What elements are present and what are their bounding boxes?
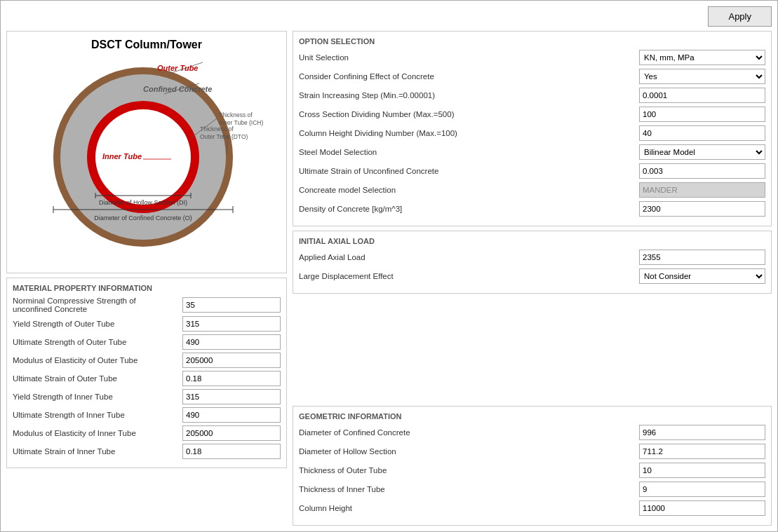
option-label-3: Cross Section Dividing Number (Max.=500) (299, 110, 639, 118)
geo-input-1[interactable] (639, 444, 765, 459)
option-input-2[interactable] (639, 88, 765, 103)
material-input-2[interactable] (182, 334, 281, 350)
material-label-6: Ultimate Strength of Inner Tube (13, 411, 182, 419)
geo-input-2[interactable] (639, 463, 765, 478)
svg-text:Outer Tube (DTO): Outer Tube (DTO) (200, 133, 248, 140)
option-row: Density of Concrete [kg/m^3] (299, 201, 765, 217)
geo-row: Column Height (299, 500, 765, 516)
option-row: Steel Model SelectionBilinear ModelRambe… (299, 144, 765, 160)
axial-row: Applied Axial Load (299, 250, 765, 265)
geo-label-3: Thickness of Inner Tube (299, 485, 639, 493)
material-label-8: Ultimate Strain of Inner Tube (13, 447, 182, 456)
material-input-8[interactable] (182, 444, 281, 459)
geo-row: Thickness of Outer Tube (299, 463, 765, 478)
option-input-8[interactable] (639, 201, 765, 217)
axial-input-0[interactable] (639, 250, 765, 265)
geo-input-4[interactable] (639, 500, 765, 516)
geo-row: Diameter of Hollow Section (299, 444, 765, 459)
material-header: MATERIAL PROPERTY INFORMATION (13, 284, 281, 292)
option-input-3[interactable] (639, 107, 765, 122)
axial-label-1: Large Displacement Effect (299, 272, 639, 280)
svg-text:Inner Tube: Inner Tube (102, 152, 142, 161)
material-input-7[interactable] (182, 425, 281, 441)
axial-select-1[interactable]: Not ConsiderConsider (639, 268, 765, 284)
material-label-7: Modulus of Elasticity of Inner Tube (13, 429, 182, 437)
material-label-3: Modulus of Elasticity of Outer Tube (13, 356, 182, 364)
option-label-8: Density of Concrete [kg/m^3] (299, 205, 639, 213)
material-row: Norminal Compressive Strength of unconfi… (13, 296, 281, 313)
option-select-5[interactable]: Bilinear ModelRamberg-Osgood (639, 144, 765, 160)
material-input-3[interactable] (182, 353, 281, 368)
geo-row: Thickness of Inner Tube (299, 482, 765, 497)
option-row: Consider Confining Effect of ConcreteYes… (299, 69, 765, 84)
geo-label-4: Column Height (299, 504, 639, 512)
material-input-1[interactable] (182, 316, 281, 332)
geo-input-3[interactable] (639, 482, 765, 497)
material-input-0[interactable] (182, 297, 281, 313)
geo-label-2: Thickness of Outer Tube (299, 466, 639, 475)
material-row: Yield Strength of Inner Tube (13, 389, 281, 404)
material-row: Modulus of Elasticity of Outer Tube (13, 353, 281, 368)
axial-label-0: Applied Axial Load (299, 253, 639, 261)
app-title: DSCT Column/Tower (14, 39, 279, 51)
option-row: Column Height Dividing Number (Max.=100) (299, 125, 765, 141)
geo-label-1: Diameter of Hollow Section (299, 447, 639, 456)
svg-text:Confined Concrete: Confined Concrete (143, 85, 212, 93)
apply-button[interactable]: Apply (708, 6, 772, 27)
option-label-5: Steel Model Selection (299, 148, 639, 156)
material-input-6[interactable] (182, 407, 281, 423)
svg-text:Diameter of Confined Concrete : Diameter of Confined Concrete (O) (94, 214, 192, 221)
option-label-2: Strain Increasing Step (Min.=0.00001) (299, 91, 639, 100)
option-select-0[interactable]: KN, mm, MPaN, mm, MPa (639, 50, 765, 65)
option-row: Ultimate Strain of Unconfined Concrete (299, 163, 765, 179)
option-label-4: Column Height Dividing Number (Max.=100) (299, 129, 639, 137)
material-label-5: Yield Strength of Inner Tube (13, 393, 182, 401)
option-input-4[interactable] (639, 125, 765, 141)
material-label-2: Ultimate Strength of Outer Tube (13, 338, 182, 346)
material-label-0: Norminal Compressive Strength of unconfi… (13, 296, 182, 313)
option-select-1[interactable]: YesNo (639, 69, 765, 84)
option-label-1: Consider Confining Effect of Concrete (299, 72, 639, 81)
geo-row: Diameter of Confined Concrete (299, 425, 765, 440)
material-label-1: Yield Strength of Outer Tube (13, 320, 182, 328)
material-label-4: Ultimate Strain of Outer Tube (13, 374, 182, 383)
material-row: Yield Strength of Outer Tube (13, 316, 281, 332)
option-label-7: Concreate model Selection (299, 186, 639, 194)
option-label-6: Ultimate Strain of Unconfined Concrete (299, 167, 639, 175)
material-row: Ultimate Strain of Inner Tube (13, 444, 281, 459)
option-input-6[interactable] (639, 163, 765, 179)
option-row: Cross Section Dividing Number (Max.=500) (299, 107, 765, 122)
svg-text:Diameter of Hollow Section (DI: Diameter of Hollow Section (DI) (99, 199, 187, 206)
svg-text:Thickness of: Thickness of (200, 125, 234, 132)
diagram-area: Diameter of Confined Concrete (O) Diamet… (20, 55, 273, 266)
material-input-4[interactable] (182, 371, 281, 386)
geo-header: GEOMETRIC INFORMATION (299, 412, 765, 421)
svg-text:Outer Tube: Outer Tube (157, 64, 198, 72)
option-row: Concreate model Selection (299, 182, 765, 198)
option-input-disabled-7 (639, 182, 765, 198)
material-row: Modulus of Elasticity of Inner Tube (13, 425, 281, 441)
material-row: Ultimate Strength of Inner Tube (13, 407, 281, 423)
material-input-5[interactable] (182, 389, 281, 404)
option-row: Unit SelectionKN, mm, MPaN, mm, MPa (299, 50, 765, 65)
option-label-0: Unit Selection (299, 53, 639, 62)
geo-label-0: Diameter of Confined Concrete (299, 428, 639, 437)
options-header: OPTION SELECTION (299, 37, 765, 46)
axial-header: INITIAL AXIAL LOAD (299, 237, 765, 245)
geo-input-0[interactable] (639, 425, 765, 440)
material-row: Ultimate Strain of Outer Tube (13, 371, 281, 386)
option-row: Strain Increasing Step (Min.=0.00001) (299, 88, 765, 103)
material-row: Ultimate Strength of Outer Tube (13, 334, 281, 350)
svg-text:Thickness of: Thickness of (219, 111, 253, 118)
axial-row: Large Displacement EffectNot ConsiderCon… (299, 268, 765, 284)
